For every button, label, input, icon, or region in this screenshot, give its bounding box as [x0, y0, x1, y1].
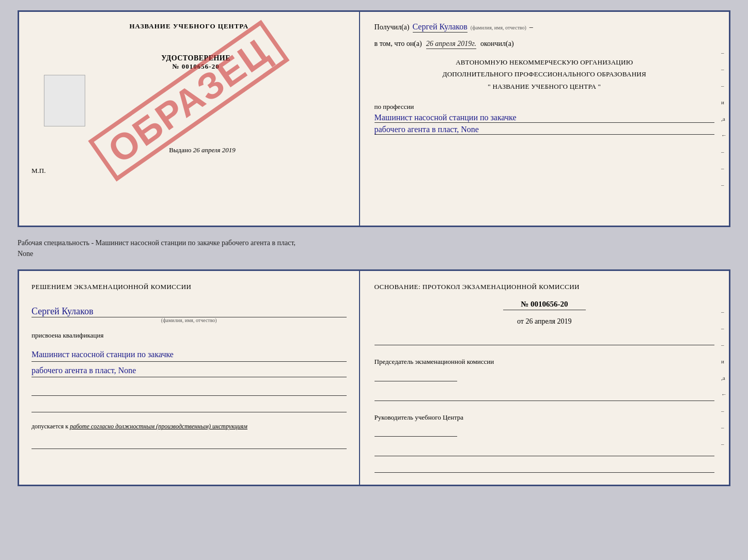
obrazec-text: ОБРАЗЕЦ	[88, 20, 290, 181]
profession-label: по профессии	[375, 103, 714, 111]
commission-title: Решением экзаменационной комиссии	[32, 281, 347, 293]
profession-line1: Машинист насосной станции по закачке	[375, 113, 714, 123]
profession-line2: рабочего агента в пласт, None	[375, 125, 714, 135]
org-line1: АВТОНОМНУЮ НЕКОММЕРЧЕСКУЮ ОРГАНИЗАЦИЮ	[375, 56, 714, 68]
top-document: НАЗВАНИЕ УЧЕБНОГО ЦЕНТРА УДОСТОВЕРЕНИЕ №…	[18, 10, 730, 227]
org-name: " НАЗВАНИЕ УЧЕБНОГО ЦЕНТРА "	[375, 81, 714, 92]
head-sig-line	[375, 426, 457, 437]
received-prefix: Получил(а)	[375, 23, 410, 31]
blank-lines-right-2	[375, 393, 714, 401]
blank-lines-right	[375, 337, 714, 345]
blank-line-r4	[375, 465, 714, 473]
head-title: Руководитель учебного Центра	[375, 412, 714, 423]
blank-line-r3	[375, 448, 714, 456]
person-name-bottom: Сергей Кулаков	[32, 306, 347, 317]
protocol-date: от 26 апреля 2019	[375, 317, 714, 326]
org-block: АВТОНОМНУЮ НЕКОММЕРЧЕСКУЮ ОРГАНИЗАЦИЮ ДО…	[375, 56, 714, 92]
top-training-center-title: НАЗВАНИЕ УЧЕБНОГО ЦЕНТРА	[129, 22, 248, 30]
date-value: 26 апреля 2019г.	[426, 40, 476, 49]
allowed-line: допускается к работе согласно должностны…	[32, 423, 347, 430]
received-line: Получил(а) Сергей Кулаков (фамилия, имя,…	[375, 22, 714, 33]
qualification-line2: рабочего агента в пласт, None	[32, 364, 347, 378]
date-prefix-bottom: от	[517, 317, 524, 325]
blank-line-2	[32, 404, 347, 412]
bottom-document: Решением экзаменационной комиссии Сергей…	[18, 269, 730, 486]
fio-hint-bottom: (фамилия, имя, отчество)	[32, 317, 347, 323]
person-name-top: Сергей Кулаков	[413, 22, 467, 33]
blank-line-r1	[375, 337, 714, 345]
date-prefix: в том, что он(а)	[375, 40, 422, 48]
osnov-title: Основание: протокол экзаменационной коми…	[375, 281, 714, 293]
top-left-panel: НАЗВАНИЕ УЧЕБНОГО ЦЕНТРА УДОСТОВЕРЕНИЕ №…	[19, 12, 360, 226]
allowed-italic: работе согласно должностным (производств…	[70, 423, 247, 430]
bottom-right-panel: Основание: протокол экзаменационной коми…	[360, 271, 729, 485]
allowed-prefix: допускается к	[32, 423, 68, 430]
status-line1: Рабочая специальность - Машинист насосно…	[18, 237, 730, 248]
mp-label: М.П.	[32, 167, 45, 175]
fio-hint-top: (фамилия, имя, отчество)	[471, 25, 526, 30]
blank-line-1	[32, 388, 347, 396]
blank-line-r2	[375, 393, 714, 401]
status-line2: None	[18, 248, 730, 259]
person-block-bottom: Сергей Кулаков (фамилия, имя, отчество)	[32, 304, 347, 323]
side-marks-top: – – – и ,а ← – – –	[721, 50, 727, 188]
status-text-block: Рабочая специальность - Машинист насосно…	[18, 235, 730, 261]
qualification-block: Машинист насосной станции по закачке раб…	[32, 346, 347, 377]
head-block: Руководитель учебного Центра	[375, 412, 714, 437]
side-marks-bottom: – – – и ,а ← – – –	[721, 309, 727, 447]
bottom-left-panel: Решением экзаменационной комиссии Сергей…	[19, 271, 360, 485]
chairman-title: Председатель экзаменационной комиссии	[375, 357, 714, 367]
date-suffix: окончил(а)	[480, 40, 514, 48]
top-right-panel: Получил(а) Сергей Кулаков (фамилия, имя,…	[360, 12, 729, 226]
chairman-block: Председатель экзаменационной комиссии	[375, 357, 714, 381]
blank-lines-right-3	[375, 448, 714, 473]
blank-line-3	[32, 441, 347, 449]
protocol-num: № 0010656-20	[503, 300, 586, 310]
blank-lines-left	[32, 388, 347, 412]
org-line2: ДОПОЛНИТЕЛЬНОГО ПРОФЕССИОНАЛЬНОГО ОБРАЗО…	[375, 68, 714, 80]
stamp-area: УДОСТОВЕРЕНИЕ № 0010656-20 ОБРАЗЕЦ Выдан…	[32, 39, 347, 163]
profession-section: по профессии Машинист насосной станции п…	[375, 100, 714, 135]
date-value-bottom: 26 апреля 2019	[525, 317, 571, 325]
assigned-label: присвоена квалификация	[32, 331, 347, 340]
qualification-line1: Машинист насосной станции по закачке	[32, 348, 347, 362]
chairman-sig-line	[375, 371, 457, 381]
obrazec-stamp: ОБРАЗЕЦ	[32, 39, 347, 163]
blank-lines-left-2	[32, 441, 347, 449]
date-line: в том, что он(а) 26 апреля 2019г. окончи…	[375, 40, 714, 49]
